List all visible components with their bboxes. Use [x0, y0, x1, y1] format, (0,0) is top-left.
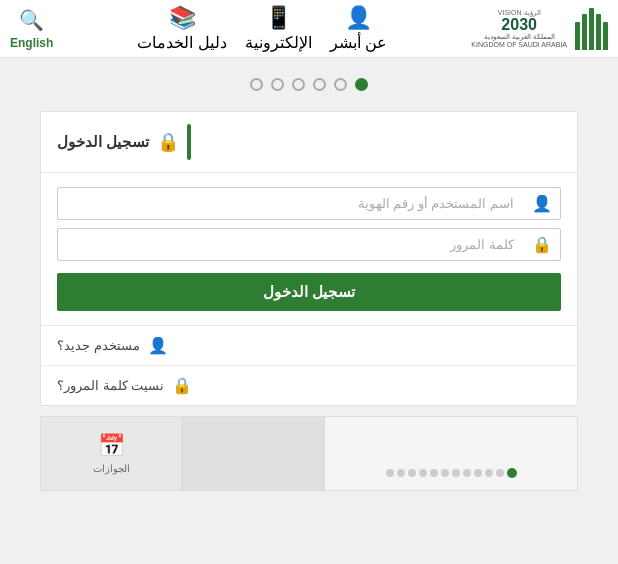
thumb-dots — [382, 464, 521, 482]
emblem-bar-5 — [603, 22, 608, 50]
forgot-password-label: نسيت كلمة المرور؟ — [57, 378, 164, 393]
tdot-5 — [430, 469, 438, 477]
forgot-password-icon: 🔒 — [172, 376, 192, 395]
nav-about[interactable]: 👤 عن أبشر — [330, 5, 387, 52]
dot-2[interactable] — [271, 78, 284, 91]
login-card-header: 🔒 تسجيل الدخول — [41, 112, 577, 173]
emblem-bar-1 — [575, 22, 580, 50]
tdot-7 — [452, 469, 460, 477]
username-row: 👤 — [57, 187, 561, 220]
nav-eservices[interactable]: 📱 الإلكترونية — [245, 5, 312, 52]
passports-icon: 📅 — [98, 433, 125, 459]
vision2030-logo: VISION الرؤية 2030 المملكة العربية السعو… — [471, 9, 567, 48]
dot-4[interactable] — [313, 78, 326, 91]
saudi-emblem — [575, 8, 608, 50]
emblem-bar-3 — [589, 8, 594, 50]
dot-5[interactable] — [334, 78, 347, 91]
tdot-3 — [408, 469, 416, 477]
password-row: 🔒 — [57, 228, 561, 261]
eservices-icon: 📱 — [265, 5, 292, 31]
passports-label: الجوازات — [93, 463, 130, 474]
tdot-1 — [386, 469, 394, 477]
tdot-4 — [419, 469, 427, 477]
search-icon: 🔍 — [19, 8, 44, 32]
slider-area — [0, 58, 618, 101]
thumb-right — [324, 416, 578, 491]
header: 🔍 English 👤 عن أبشر 📱 الإلكترونية 📚 دليل… — [0, 0, 618, 58]
emblem-bar-4 — [596, 14, 601, 50]
password-input[interactable] — [58, 229, 524, 260]
dot-1[interactable] — [250, 78, 263, 91]
new-user-row[interactable]: 👤 مستخدم جديد؟ — [41, 325, 577, 365]
lock-icon: 🔒 — [524, 235, 560, 254]
slider-dots — [250, 78, 368, 91]
thumb-middle[interactable] — [182, 416, 324, 491]
tdot-6 — [441, 469, 449, 477]
forgot-password-row[interactable]: 🔒 نسيت كلمة المرور؟ — [41, 365, 577, 405]
nav-services-guide[interactable]: 📚 دليل الخدمات — [137, 5, 226, 52]
new-user-label: مستخدم جديد؟ — [57, 338, 140, 353]
tdot-10 — [485, 469, 493, 477]
emblem-bar-2 — [582, 14, 587, 50]
vision-sub: المملكة العربية السعوديةKINGDOM OF SAUDI… — [471, 33, 567, 48]
nav-eservices-label: الإلكترونية — [245, 33, 312, 52]
english-language-toggle[interactable]: English — [10, 36, 53, 50]
tdot-12-active — [507, 468, 517, 478]
username-input[interactable] — [58, 188, 524, 219]
services-guide-icon: 📚 — [169, 5, 196, 31]
tdot-8 — [463, 469, 471, 477]
login-title: تسجيل الدخول — [57, 133, 149, 151]
vision-year: 2030 — [501, 17, 537, 33]
tdot-11 — [496, 469, 504, 477]
login-title-icon: 🔒 — [157, 131, 179, 153]
logos-section: VISION الرؤية 2030 المملكة العربية السعو… — [471, 8, 608, 50]
nav-about-label: عن أبشر — [330, 33, 387, 52]
dot-6-active[interactable] — [355, 78, 368, 91]
tdot-2 — [397, 469, 405, 477]
user-icon: 👤 — [524, 194, 560, 213]
nav-bar: 👤 عن أبشر 📱 الإلكترونية 📚 دليل الخدمات — [137, 5, 387, 52]
dot-3[interactable] — [292, 78, 305, 91]
login-card: 🔒 تسجيل الدخول 👤 🔒 تسجيل الدخول 👤 مستخدم… — [40, 111, 578, 406]
search-section[interactable]: 🔍 English — [10, 8, 53, 50]
green-bar — [187, 124, 191, 160]
nav-services-guide-label: دليل الخدمات — [137, 33, 226, 52]
about-icon: 👤 — [345, 5, 372, 31]
tdot-9 — [474, 469, 482, 477]
login-button[interactable]: تسجيل الدخول — [57, 273, 561, 311]
thumbnails-bar: 📅 الجوازات — [40, 416, 578, 491]
new-user-icon: 👤 — [148, 336, 168, 355]
thumb-passports[interactable]: 📅 الجوازات — [40, 416, 182, 491]
login-body: 👤 🔒 تسجيل الدخول — [41, 173, 577, 325]
